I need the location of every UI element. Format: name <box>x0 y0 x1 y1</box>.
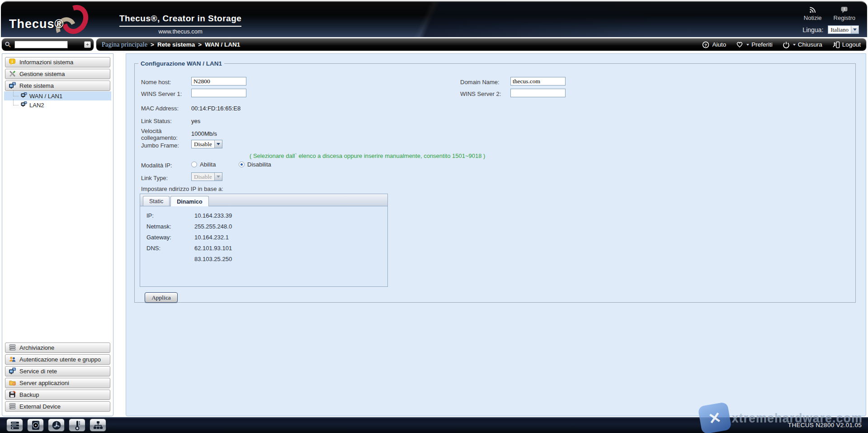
backup-disk-icon <box>9 391 16 398</box>
ip-value: 10.164.233.39 <box>194 212 232 219</box>
fan-icon[interactable] <box>48 419 65 432</box>
sidebar-item-external-device[interactable]: External Device <box>5 401 110 412</box>
svg-text:+: + <box>13 382 15 385</box>
wins1-input[interactable] <box>191 89 246 97</box>
sidebar-spacer <box>4 109 111 342</box>
sidebar-item-service-di-rete[interactable]: Service di rete <box>5 366 110 376</box>
ip-row: IP: 10.164.233.39 <box>140 210 387 221</box>
notizie-label: Notizie <box>804 14 822 21</box>
header-sheen <box>330 2 867 37</box>
breadcrumb: Pagina principale > Rete sistema > WAN /… <box>102 41 240 48</box>
breadcrumb-section: Rete sistema <box>157 41 195 48</box>
sidebar-item-archiviazione[interactable]: Archiviazione <box>5 343 110 353</box>
status-bar: THECUS N2800 V2.01.05 <box>0 417 868 433</box>
sidebar-item-autenticazione[interactable]: Autenticazione utente e gruppo <box>5 354 110 365</box>
network-computers-icon <box>9 82 16 89</box>
link-type-value: Disable <box>192 173 214 181</box>
link-speed-value: 1000Mb/s <box>191 130 217 137</box>
disabilita-radio[interactable] <box>239 162 245 167</box>
network-computers-icon <box>9 367 16 375</box>
sidebar-item-label: Backup <box>19 391 39 398</box>
ip-settings-tabbox: Static Dinamico IP: 10.164.233.39 Netmas… <box>140 194 388 287</box>
sidebar-item-backup[interactable]: Backup <box>5 390 110 400</box>
link-type-select: Disable <box>191 172 222 181</box>
info-bubble-icon: i <box>9 58 16 66</box>
sidebar-subitem-label: LAN2 <box>29 102 44 109</box>
log-bubble-icon: ! <box>840 6 848 14</box>
tab-dinamico[interactable]: Dinamico <box>170 196 208 206</box>
header-tagline-block: Thecus®, Creator in Storage www.thecus.c… <box>119 14 241 35</box>
temperature-icon[interactable] <box>69 419 85 432</box>
breadcrumb-bar: Pagina principale > Rete sistema > WAN /… <box>96 38 866 51</box>
dns2-row: 83.103.25.250 <box>140 253 387 264</box>
logout-label: Logout <box>842 41 861 48</box>
help-label: Aiuto <box>712 41 726 48</box>
users-icon <box>9 356 16 363</box>
storage-stack-icon <box>9 403 16 410</box>
sidebar-item-gestione-sistema[interactable]: Gestione sistema <box>5 69 110 79</box>
server-status-icon[interactable] <box>6 419 23 432</box>
breadcrumb-page: WAN / LAN1 <box>205 41 240 48</box>
rss-icon <box>809 6 816 14</box>
app-header: Thecus® Thecus®, Creator in Storage www.… <box>1 1 867 37</box>
shutdown-button[interactable]: Chiusura <box>783 41 822 48</box>
netmask-row: Netmask: 255.255.248.0 <box>140 221 387 232</box>
sidebar-subitem-wan-lan1[interactable]: WAN / LAN1 <box>4 91 111 100</box>
logo-text: Thecus® <box>9 17 64 31</box>
ip-mode-label: Impostare ndirizzo IP in base a: <box>141 186 223 192</box>
jumbo-frame-select[interactable]: Disable <box>191 140 222 148</box>
wins2-input[interactable] <box>510 89 566 97</box>
help-button[interactable]: ? Aiuto <box>702 41 726 48</box>
chevron-down-icon[interactable] <box>214 140 222 148</box>
wan-config-fieldset: Configurazione WAN / LAN1 Nome host: Dom… <box>134 60 856 303</box>
abilita-radio[interactable] <box>191 162 197 167</box>
link-status-label: Link Status: <box>141 118 172 124</box>
tagline-text: Thecus®, Creator in Storage <box>119 14 241 27</box>
favorites-button[interactable]: Preferiti <box>736 41 773 48</box>
sidebar-item-label: Server applicazioni <box>19 380 69 386</box>
svg-text:i: i <box>12 59 13 64</box>
tree-branch-icon <box>13 99 19 105</box>
storage-stack-icon <box>9 344 16 351</box>
svg-text:!: ! <box>844 7 845 11</box>
apply-button[interactable]: Applica <box>145 292 178 303</box>
sidebar-item-label: Rete sistema <box>19 82 54 89</box>
logout-button[interactable]: Logout <box>832 41 861 48</box>
tree-branch-icon <box>13 90 19 96</box>
disk-icon[interactable] <box>27 419 44 432</box>
notizie-button[interactable]: Notizie <box>804 6 822 21</box>
computer-icon <box>21 92 27 100</box>
shutdown-label: Chiusura <box>798 41 822 48</box>
chevron-down-icon[interactable] <box>851 26 859 33</box>
website-text: www.thecus.com <box>119 28 241 35</box>
search-add-button[interactable]: + <box>84 41 91 48</box>
dns-row: DNS: 62.101.93.101 <box>140 243 387 253</box>
svg-text:?: ? <box>704 42 707 47</box>
sidebar: i Informazioni sistema Gestione sistema … <box>2 53 113 416</box>
dns2-label <box>146 256 194 262</box>
chevron-down-icon <box>746 44 749 46</box>
netmask-value: 255.255.248.0 <box>194 223 232 230</box>
jumbo-frame-label: Jumbo Frame: <box>141 142 179 149</box>
mac-address-value: 00:14:FD:16:65:E8 <box>191 105 241 112</box>
tab-static[interactable]: Static <box>143 196 170 206</box>
dns-label: DNS: <box>146 245 194 252</box>
breadcrumb-home-link[interactable]: Pagina principale <box>102 41 147 48</box>
netmask-label: Netmask: <box>146 223 194 230</box>
search-input[interactable] <box>14 41 68 48</box>
language-select[interactable]: Italiano <box>828 25 859 34</box>
network-status-icon[interactable] <box>90 419 106 432</box>
link-type-label: Link Type: <box>141 175 168 181</box>
sidebar-subitem-lan2[interactable]: LAN2 <box>4 100 111 109</box>
domain-name-input[interactable] <box>510 77 566 86</box>
sidebar-item-server-applicazioni[interactable]: + Server applicazioni <box>5 378 110 388</box>
wins2-label: WINS Server 2: <box>460 90 501 97</box>
jumbo-frame-note: ( Selezionare dall` elenco a discesa opp… <box>250 152 485 159</box>
sidebar-item-informazioni-sistema[interactable]: i Informazioni sistema <box>5 57 110 67</box>
registro-button[interactable]: ! Registro <box>834 6 855 21</box>
link-speed-label: Velocità collegamento: <box>141 128 183 141</box>
nome-host-input[interactable] <box>191 77 246 86</box>
app-folder-icon: + <box>9 379 16 386</box>
sidebar-item-rete-sistema[interactable]: Rete sistema <box>5 81 110 91</box>
chevron-down-icon <box>214 173 222 181</box>
